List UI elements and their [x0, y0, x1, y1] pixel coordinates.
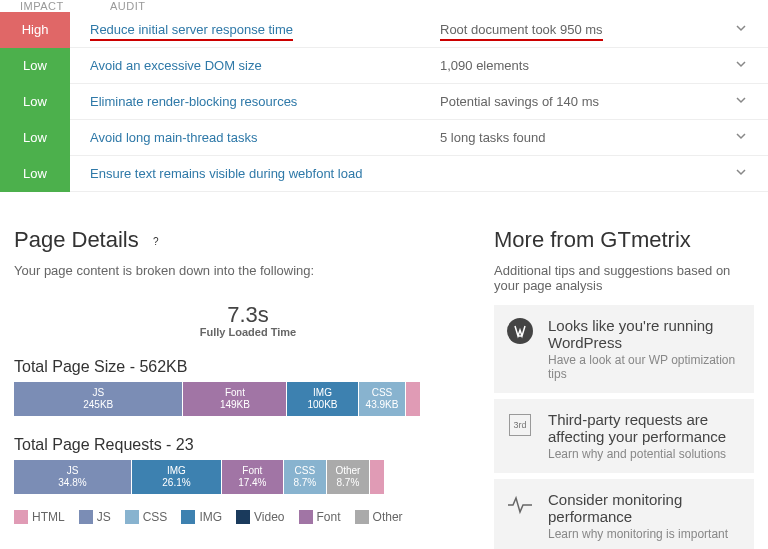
legend-item: Video: [236, 510, 284, 524]
size-bar: JS245KBFont149KBIMG100KBCSS43.9KB: [14, 382, 482, 416]
fully-loaded-time: 7.3s Fully Loaded Time: [14, 292, 482, 338]
legend-item: Other: [355, 510, 403, 524]
tip-icon: [506, 317, 534, 345]
tip-row[interactable]: Consider monitoring performanceLearn why…: [494, 479, 754, 549]
audit-row[interactable]: Low Eliminate render-blocking resources …: [0, 84, 768, 120]
audit-detail: 5 long tasks found: [440, 130, 726, 145]
legend-item: CSS: [125, 510, 168, 524]
audit-name[interactable]: Ensure text remains visible during webfo…: [90, 166, 440, 181]
chevron-down-icon[interactable]: [726, 166, 756, 181]
bar-segment: JS34.8%: [14, 460, 131, 494]
more-title: More from GTmetrix: [494, 227, 754, 253]
audit-name[interactable]: Reduce initial server response time: [90, 22, 440, 37]
audit-detail: Root document took 950 ms: [440, 22, 726, 37]
chevron-down-icon[interactable]: [726, 94, 756, 109]
tip-icon: [506, 491, 534, 519]
chevron-down-icon[interactable]: [726, 130, 756, 145]
audit-row[interactable]: High Reduce initial server response time…: [0, 12, 768, 48]
impact-badge: High: [0, 12, 70, 48]
bar-segment: JS245KB: [14, 382, 182, 416]
legend-item: IMG: [181, 510, 222, 524]
impact-badge: Low: [0, 120, 70, 156]
audit-table-header: IMPACT AUDIT: [0, 0, 768, 12]
page-details-title: Page Details ?: [14, 227, 482, 253]
audit-row[interactable]: Low Avoid an excessive DOM size 1,090 el…: [0, 48, 768, 84]
tip-row[interactable]: Looks like you're running WordPressHave …: [494, 305, 754, 393]
bar-segment: [406, 382, 420, 416]
more-subtext: Additional tips and suggestions based on…: [494, 263, 754, 293]
tip-row[interactable]: 3rdThird-party requests are affecting yo…: [494, 399, 754, 473]
audit-name[interactable]: Avoid an excessive DOM size: [90, 58, 440, 73]
legend-item: HTML: [14, 510, 65, 524]
legend-item: Font: [299, 510, 341, 524]
page-details-subtext: Your page content is broken down into th…: [14, 263, 482, 278]
audit-row[interactable]: Low Avoid long main-thread tasks 5 long …: [0, 120, 768, 156]
bar-segment: IMG26.1%: [132, 460, 221, 494]
legend-item: JS: [79, 510, 111, 524]
audit-detail: Potential savings of 140 ms: [440, 94, 726, 109]
impact-badge: Low: [0, 156, 70, 192]
tip-icon: 3rd: [506, 411, 534, 439]
audit-name[interactable]: Avoid long main-thread tasks: [90, 130, 440, 145]
help-icon[interactable]: ?: [149, 234, 163, 248]
bar-segment: CSS8.7%: [284, 460, 326, 494]
bar-segment: Other8.7%: [327, 460, 369, 494]
requests-bar: JS34.8%IMG26.1%Font17.4%CSS8.7%Other8.7%: [14, 460, 482, 494]
total-page-size-title: Total Page Size - 562KB: [14, 358, 482, 376]
bar-segment: CSS43.9KB: [359, 382, 406, 416]
bar-segment: Font17.4%: [222, 460, 283, 494]
total-page-requests-title: Total Page Requests - 23: [14, 436, 482, 454]
chevron-down-icon[interactable]: [726, 22, 756, 37]
bar-segment: IMG100KB: [287, 382, 357, 416]
impact-badge: Low: [0, 84, 70, 120]
impact-header: IMPACT: [20, 0, 110, 12]
bar-segment: [370, 460, 384, 494]
audit-name[interactable]: Eliminate render-blocking resources: [90, 94, 440, 109]
bar-segment: Font149KB: [183, 382, 286, 416]
audit-header-label: AUDIT: [110, 0, 146, 12]
audit-row[interactable]: Low Ensure text remains visible during w…: [0, 156, 768, 192]
chevron-down-icon[interactable]: [726, 58, 756, 73]
legend: HTMLJSCSSIMGVideoFontOther: [14, 510, 482, 524]
impact-badge: Low: [0, 48, 70, 84]
audit-detail: 1,090 elements: [440, 58, 726, 73]
